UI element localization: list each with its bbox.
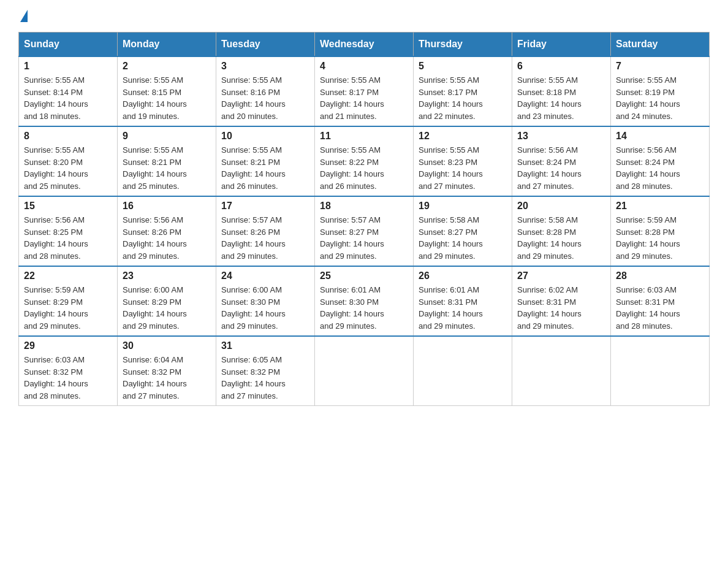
day-info: Sunrise: 5:55 AM Sunset: 8:17 PM Dayligh…: [320, 74, 408, 122]
logo: [18, 12, 28, 22]
day-number: 31: [221, 340, 309, 351]
day-number: 6: [517, 61, 605, 72]
day-number: 24: [221, 270, 309, 282]
calendar-table: Sunday Monday Tuesday Wednesday Thursday…: [18, 32, 710, 406]
day-info: Sunrise: 5:55 AM Sunset: 8:19 PM Dayligh…: [616, 74, 704, 122]
day-number: 23: [123, 270, 211, 282]
calendar-cell: 28 Sunrise: 6:03 AM Sunset: 8:31 PM Dayl…: [611, 266, 710, 336]
day-info: Sunrise: 5:56 AM Sunset: 8:25 PM Dayligh…: [24, 214, 112, 262]
calendar-cell: 7 Sunrise: 5:55 AM Sunset: 8:19 PM Dayli…: [611, 56, 710, 126]
calendar-cell: [315, 336, 414, 406]
day-number: 20: [517, 201, 605, 212]
day-number: 25: [320, 270, 408, 282]
calendar-cell: 2 Sunrise: 5:55 AM Sunset: 8:15 PM Dayli…: [118, 56, 216, 126]
week-row-3: 15 Sunrise: 5:56 AM Sunset: 8:25 PM Dayl…: [19, 196, 710, 266]
calendar-cell: 18 Sunrise: 5:57 AM Sunset: 8:27 PM Dayl…: [315, 196, 414, 266]
day-info: Sunrise: 6:01 AM Sunset: 8:30 PM Dayligh…: [320, 284, 408, 332]
header-sunday: Sunday: [19, 33, 118, 57]
day-info: Sunrise: 5:55 AM Sunset: 8:17 PM Dayligh…: [419, 74, 507, 122]
day-info: Sunrise: 5:57 AM Sunset: 8:26 PM Dayligh…: [221, 214, 309, 262]
day-number: 26: [419, 270, 507, 282]
day-info: Sunrise: 5:58 AM Sunset: 8:27 PM Dayligh…: [419, 214, 507, 262]
calendar-cell: 30 Sunrise: 6:04 AM Sunset: 8:32 PM Dayl…: [118, 336, 216, 406]
calendar-cell: 19 Sunrise: 5:58 AM Sunset: 8:27 PM Dayl…: [414, 196, 512, 266]
calendar-cell: 16 Sunrise: 5:56 AM Sunset: 8:26 PM Dayl…: [118, 196, 216, 266]
calendar-cell: 1 Sunrise: 5:55 AM Sunset: 8:14 PM Dayli…: [19, 56, 118, 126]
page-header: [18, 12, 710, 22]
day-number: 17: [221, 201, 309, 212]
calendar-cell: 21 Sunrise: 5:59 AM Sunset: 8:28 PM Dayl…: [611, 196, 710, 266]
calendar-cell: 5 Sunrise: 5:55 AM Sunset: 8:17 PM Dayli…: [414, 56, 512, 126]
calendar-cell: 25 Sunrise: 6:01 AM Sunset: 8:30 PM Dayl…: [315, 266, 414, 336]
day-info: Sunrise: 5:56 AM Sunset: 8:24 PM Dayligh…: [616, 144, 704, 192]
day-number: 18: [320, 201, 408, 212]
day-info: Sunrise: 5:58 AM Sunset: 8:28 PM Dayligh…: [517, 214, 605, 262]
day-info: Sunrise: 6:04 AM Sunset: 8:32 PM Dayligh…: [123, 354, 211, 402]
day-info: Sunrise: 6:02 AM Sunset: 8:31 PM Dayligh…: [517, 284, 605, 332]
calendar-cell: [611, 336, 710, 406]
header-tuesday: Tuesday: [216, 33, 315, 57]
day-number: 19: [419, 201, 507, 212]
header-saturday: Saturday: [611, 33, 710, 57]
day-info: Sunrise: 5:56 AM Sunset: 8:24 PM Dayligh…: [517, 144, 605, 192]
day-number: 22: [24, 270, 112, 282]
day-number: 27: [517, 270, 605, 282]
calendar-cell: 4 Sunrise: 5:55 AM Sunset: 8:17 PM Dayli…: [315, 56, 414, 126]
calendar-cell: 13 Sunrise: 5:56 AM Sunset: 8:24 PM Dayl…: [512, 126, 611, 196]
day-info: Sunrise: 6:01 AM Sunset: 8:31 PM Dayligh…: [419, 284, 507, 332]
day-info: Sunrise: 5:55 AM Sunset: 8:23 PM Dayligh…: [419, 144, 507, 192]
day-info: Sunrise: 5:55 AM Sunset: 8:21 PM Dayligh…: [123, 144, 211, 192]
calendar-cell: 24 Sunrise: 6:00 AM Sunset: 8:30 PM Dayl…: [216, 266, 315, 336]
day-number: 2: [123, 61, 211, 72]
calendar-cell: [414, 336, 512, 406]
calendar-cell: [512, 336, 611, 406]
header-monday: Monday: [118, 33, 216, 57]
day-number: 15: [24, 201, 112, 212]
calendar-cell: 23 Sunrise: 6:00 AM Sunset: 8:29 PM Dayl…: [118, 266, 216, 336]
day-info: Sunrise: 5:59 AM Sunset: 8:29 PM Dayligh…: [24, 284, 112, 332]
day-number: 12: [419, 131, 507, 142]
header-friday: Friday: [512, 33, 611, 57]
header-thursday: Thursday: [414, 33, 512, 57]
header-wednesday: Wednesday: [315, 33, 414, 57]
day-info: Sunrise: 5:57 AM Sunset: 8:27 PM Dayligh…: [320, 214, 408, 262]
logo-triangle-icon: [20, 10, 28, 22]
calendar-cell: 8 Sunrise: 5:55 AM Sunset: 8:20 PM Dayli…: [19, 126, 118, 196]
calendar-cell: 29 Sunrise: 6:03 AM Sunset: 8:32 PM Dayl…: [19, 336, 118, 406]
day-number: 29: [24, 340, 112, 351]
day-info: Sunrise: 6:00 AM Sunset: 8:30 PM Dayligh…: [221, 284, 309, 332]
week-row-5: 29 Sunrise: 6:03 AM Sunset: 8:32 PM Dayl…: [19, 336, 710, 406]
day-number: 14: [616, 131, 704, 142]
day-info: Sunrise: 5:55 AM Sunset: 8:16 PM Dayligh…: [221, 74, 309, 122]
day-info: Sunrise: 5:55 AM Sunset: 8:20 PM Dayligh…: [24, 144, 112, 192]
calendar-cell: 22 Sunrise: 5:59 AM Sunset: 8:29 PM Dayl…: [19, 266, 118, 336]
day-info: Sunrise: 5:55 AM Sunset: 8:14 PM Dayligh…: [24, 74, 112, 122]
day-info: Sunrise: 6:05 AM Sunset: 8:32 PM Dayligh…: [221, 354, 309, 402]
day-number: 4: [320, 61, 408, 72]
calendar-cell: 6 Sunrise: 5:55 AM Sunset: 8:18 PM Dayli…: [512, 56, 611, 126]
calendar-cell: 3 Sunrise: 5:55 AM Sunset: 8:16 PM Dayli…: [216, 56, 315, 126]
day-number: 16: [123, 201, 211, 212]
calendar-cell: 11 Sunrise: 5:55 AM Sunset: 8:22 PM Dayl…: [315, 126, 414, 196]
calendar-header-row: Sunday Monday Tuesday Wednesday Thursday…: [19, 33, 710, 57]
day-info: Sunrise: 6:03 AM Sunset: 8:31 PM Dayligh…: [616, 284, 704, 332]
day-number: 13: [517, 131, 605, 142]
week-row-4: 22 Sunrise: 5:59 AM Sunset: 8:29 PM Dayl…: [19, 266, 710, 336]
day-info: Sunrise: 5:55 AM Sunset: 8:21 PM Dayligh…: [221, 144, 309, 192]
day-number: 5: [419, 61, 507, 72]
day-number: 11: [320, 131, 408, 142]
calendar-cell: 15 Sunrise: 5:56 AM Sunset: 8:25 PM Dayl…: [19, 196, 118, 266]
day-info: Sunrise: 5:55 AM Sunset: 8:18 PM Dayligh…: [517, 74, 605, 122]
day-info: Sunrise: 5:55 AM Sunset: 8:22 PM Dayligh…: [320, 144, 408, 192]
calendar-cell: 20 Sunrise: 5:58 AM Sunset: 8:28 PM Dayl…: [512, 196, 611, 266]
calendar-cell: 27 Sunrise: 6:02 AM Sunset: 8:31 PM Dayl…: [512, 266, 611, 336]
calendar-cell: 10 Sunrise: 5:55 AM Sunset: 8:21 PM Dayl…: [216, 126, 315, 196]
day-number: 10: [221, 131, 309, 142]
day-number: 7: [616, 61, 704, 72]
calendar-cell: 9 Sunrise: 5:55 AM Sunset: 8:21 PM Dayli…: [118, 126, 216, 196]
week-row-1: 1 Sunrise: 5:55 AM Sunset: 8:14 PM Dayli…: [19, 56, 710, 126]
day-info: Sunrise: 6:00 AM Sunset: 8:29 PM Dayligh…: [123, 284, 211, 332]
week-row-2: 8 Sunrise: 5:55 AM Sunset: 8:20 PM Dayli…: [19, 126, 710, 196]
calendar-cell: 14 Sunrise: 5:56 AM Sunset: 8:24 PM Dayl…: [611, 126, 710, 196]
day-number: 1: [24, 61, 112, 72]
